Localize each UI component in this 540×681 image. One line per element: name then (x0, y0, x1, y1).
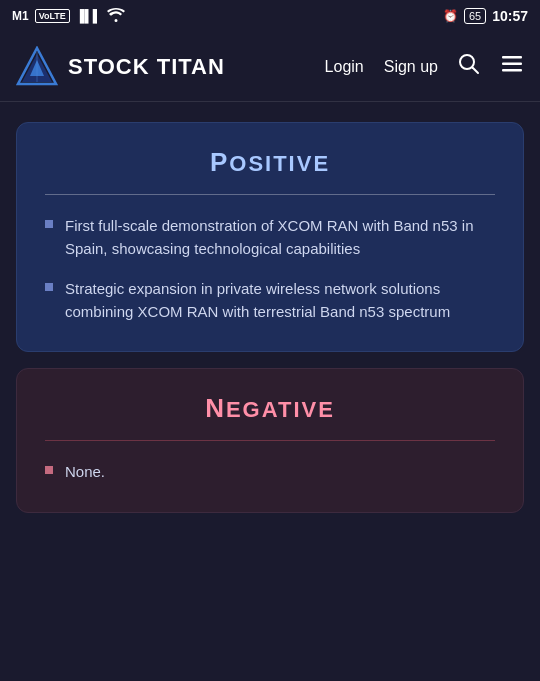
wifi-icon (107, 8, 125, 25)
bullet-icon (45, 220, 53, 228)
positive-title-first: P (210, 147, 229, 177)
logo-text: STOCK TITAN (68, 54, 225, 80)
navbar: STOCK TITAN Login Sign up (0, 32, 540, 102)
logo-icon (16, 46, 58, 88)
list-item: None. (45, 461, 495, 484)
signup-link[interactable]: Sign up (384, 58, 438, 76)
positive-title: POSITIVE (45, 147, 495, 178)
login-link[interactable]: Login (325, 58, 364, 76)
positive-divider (45, 194, 495, 195)
status-left: M1 VoLTE ▐▌▌ (12, 8, 125, 25)
negative-divider (45, 440, 495, 441)
main-content: POSITIVE First full-scale demonstration … (0, 102, 540, 533)
svg-line-3 (473, 68, 479, 74)
volte-badge: VoLTE (35, 9, 70, 23)
negative-item-1: None. (65, 461, 105, 484)
positive-item-1: First full-scale demonstration of XCOM R… (65, 215, 495, 260)
positive-title-rest: OSITIVE (229, 151, 330, 176)
list-item: First full-scale demonstration of XCOM R… (45, 215, 495, 260)
bullet-icon (45, 466, 53, 474)
alarm-icon: ⏰ (443, 9, 458, 23)
list-item: Strategic expansion in private wireless … (45, 278, 495, 323)
carrier-label: M1 (12, 9, 29, 23)
battery-percent: 65 (464, 8, 486, 24)
clock: 10:57 (492, 8, 528, 24)
positive-list: First full-scale demonstration of XCOM R… (45, 215, 495, 323)
nav-links: Login Sign up (325, 52, 524, 81)
negative-title-rest: EGATIVE (226, 397, 335, 422)
svg-rect-4 (502, 56, 522, 59)
status-right: ⏰ 65 10:57 (443, 8, 528, 24)
negative-title-first: N (205, 393, 226, 423)
search-icon[interactable] (458, 53, 480, 80)
battery-indicator: 65 (464, 8, 486, 24)
signal-icon: ▐▌▌ (76, 9, 102, 23)
logo-container: STOCK TITAN (16, 46, 325, 88)
bullet-icon (45, 283, 53, 291)
status-bar: M1 VoLTE ▐▌▌ ⏰ 65 10:57 (0, 0, 540, 32)
negative-list: None. (45, 461, 495, 484)
svg-rect-5 (502, 63, 522, 66)
menu-icon[interactable] (500, 52, 524, 81)
negative-card: NEGATIVE None. (16, 368, 524, 513)
positive-item-2: Strategic expansion in private wireless … (65, 278, 495, 323)
svg-rect-6 (502, 69, 522, 72)
positive-card: POSITIVE First full-scale demonstration … (16, 122, 524, 352)
negative-title: NEGATIVE (45, 393, 495, 424)
